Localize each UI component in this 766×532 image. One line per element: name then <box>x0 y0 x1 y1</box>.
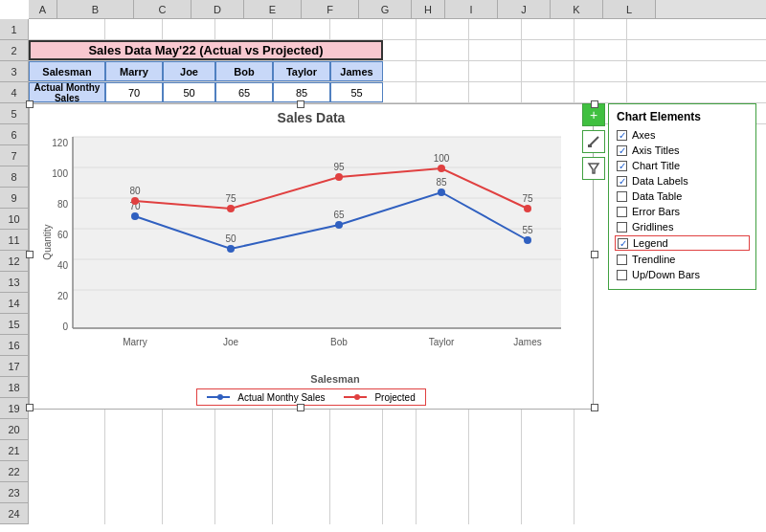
chart-container[interactable]: Sales Data 120 100 80 60 40 20 0 Quantit… <box>29 103 594 410</box>
updown-bars-label: Up/Down Bars <box>632 269 700 280</box>
cell-h3[interactable] <box>383 61 417 81</box>
actual-point-joe <box>227 245 235 253</box>
svg-text:75: 75 <box>225 193 237 204</box>
svg-text:80: 80 <box>57 199 69 210</box>
handle-bottom-right[interactable] <box>591 404 598 411</box>
handle-mid-left[interactable] <box>26 251 34 258</box>
panel-item-data-table[interactable]: Data Table <box>617 189 748 203</box>
legend-actual: Actual Monthy Sales <box>207 391 325 403</box>
svg-text:Quantity: Quantity <box>42 224 53 259</box>
axis-titles-checkbox[interactable]: ✓ <box>617 145 627 156</box>
cell-j3[interactable] <box>469 61 522 81</box>
axes-checkbox[interactable]: ✓ <box>617 130 627 141</box>
cell-i1[interactable] <box>417 19 469 39</box>
error-bars-checkbox[interactable] <box>617 207 627 217</box>
cell-h4[interactable] <box>383 82 417 102</box>
row-header-22: 22 <box>0 461 29 482</box>
cell-james-header[interactable]: James <box>330 61 383 81</box>
panel-item-updown-bars[interactable]: Up/Down Bars <box>617 268 748 281</box>
panel-item-chart-title[interactable]: ✓ Chart Title <box>617 159 748 172</box>
actual-point-marry <box>131 212 139 220</box>
row-header-12: 12 <box>0 251 29 272</box>
cell-b1[interactable] <box>29 19 105 39</box>
trendline-checkbox[interactable] <box>617 255 627 265</box>
cell-j2[interactable] <box>469 40 522 60</box>
cell-taylor-header[interactable]: Taylor <box>273 61 330 81</box>
col-header-i: I <box>445 0 498 18</box>
cell-marry-header[interactable]: Marry <box>105 61 163 81</box>
cell-c1[interactable] <box>105 19 163 39</box>
cell-i4[interactable] <box>417 82 469 102</box>
panel-item-trendline[interactable]: Trendline <box>617 253 748 266</box>
cell-actual-taylor[interactable]: 85 <box>273 82 330 102</box>
cell-f1[interactable] <box>273 19 330 39</box>
svg-text:James: James <box>513 337 541 347</box>
panel-item-data-labels[interactable]: ✓ Data Labels <box>617 174 748 188</box>
cell-l3[interactable] <box>574 61 627 81</box>
col-header-e: E <box>244 0 302 18</box>
col-header-h: H <box>412 0 445 18</box>
projected-point-bob <box>335 173 343 181</box>
chart-title-checkbox[interactable]: ✓ <box>617 161 627 171</box>
svg-text:Taylor: Taylor <box>429 337 455 347</box>
cell-actual-label[interactable]: Actual Monthy Sales <box>29 82 105 102</box>
cell-l2[interactable] <box>574 40 627 60</box>
data-table-label: Data Table <box>632 190 682 202</box>
svg-text:40: 40 <box>57 260 69 271</box>
cell-j4[interactable] <box>469 82 522 102</box>
cell-title[interactable]: Sales Data May'22 (Actual vs Projected) <box>29 40 383 60</box>
handle-top-right[interactable] <box>591 100 598 108</box>
panel-item-axis-titles[interactable]: ✓ Axis Titles <box>617 144 748 157</box>
updown-bars-checkbox[interactable] <box>617 270 627 280</box>
col-header-k: K <box>551 0 603 18</box>
cell-bob-header[interactable]: Bob <box>215 61 273 81</box>
cell-k1[interactable] <box>522 19 574 39</box>
cell-l4[interactable] <box>574 82 627 102</box>
cell-l1[interactable] <box>574 19 627 39</box>
row-header-15: 15 <box>0 314 29 335</box>
gridlines-checkbox[interactable] <box>617 222 627 233</box>
chart-style-button[interactable] <box>582 130 605 153</box>
svg-text:0: 0 <box>62 321 68 332</box>
cell-k3[interactable] <box>522 61 574 81</box>
panel-item-axes[interactable]: ✓ Axes <box>617 128 748 142</box>
handle-top-center[interactable] <box>297 100 304 108</box>
legend-actual-label: Actual Monthy Sales <box>237 392 325 403</box>
panel-item-error-bars[interactable]: Error Bars <box>617 205 748 218</box>
trendline-label: Trendline <box>632 254 675 265</box>
x-axis-label: Salesman <box>87 373 583 385</box>
cell-e1[interactable] <box>215 19 273 39</box>
cell-i3[interactable] <box>417 61 469 81</box>
handle-mid-right[interactable] <box>591 251 598 258</box>
cell-j1[interactable] <box>469 19 522 39</box>
handle-bottom-left[interactable] <box>26 404 34 411</box>
chart-legend: Actual Monthy Sales Projected <box>196 388 425 406</box>
cell-h1[interactable] <box>383 19 417 39</box>
cell-k4[interactable] <box>522 82 574 102</box>
chart-toolbar: + <box>582 103 605 180</box>
legend-checkbox[interactable]: ✓ <box>618 238 628 249</box>
svg-text:75: 75 <box>522 193 533 204</box>
cell-d1[interactable] <box>163 19 215 39</box>
panel-item-gridlines[interactable]: Gridlines <box>617 220 748 233</box>
cell-joe-header[interactable]: Joe <box>163 61 215 81</box>
data-table-checkbox[interactable] <box>617 191 627 202</box>
handle-bottom-center[interactable] <box>297 404 304 411</box>
cell-k2[interactable] <box>522 40 574 60</box>
cell-g1[interactable] <box>330 19 383 39</box>
projected-point-james <box>524 205 531 212</box>
cell-salesman-header[interactable]: Salesman <box>29 61 105 81</box>
cell-i2[interactable] <box>417 40 469 60</box>
chart-body: 120 100 80 60 40 20 0 Quantity <box>39 127 583 406</box>
cell-actual-marry[interactable]: 70 <box>105 82 163 102</box>
panel-item-legend[interactable]: ✓ Legend <box>615 235 750 251</box>
legend-projected: Projected <box>344 391 415 403</box>
cell-actual-james[interactable]: 55 <box>330 82 383 102</box>
handle-top-left[interactable] <box>26 100 34 108</box>
cell-actual-joe[interactable]: 50 <box>163 82 215 102</box>
data-labels-label: Data Labels <box>632 175 688 187</box>
cell-actual-bob[interactable]: 65 <box>215 82 273 102</box>
cell-h2[interactable] <box>383 40 417 60</box>
chart-filter-button[interactable] <box>582 157 605 180</box>
data-labels-checkbox[interactable]: ✓ <box>617 176 627 187</box>
